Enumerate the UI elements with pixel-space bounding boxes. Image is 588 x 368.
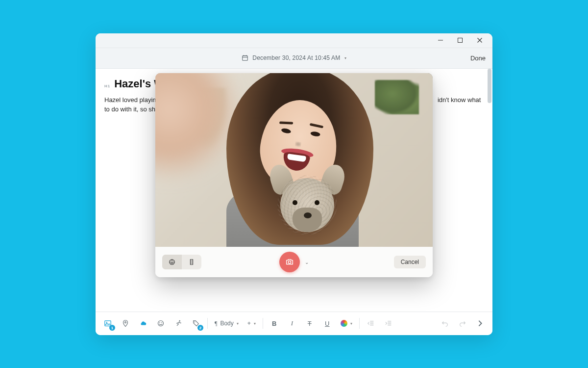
text-color-button[interactable]: ▾ xyxy=(337,315,356,331)
outdent-icon xyxy=(367,319,375,327)
undo-icon xyxy=(441,319,449,327)
weather-button[interactable] xyxy=(135,315,151,331)
redo-icon xyxy=(459,319,466,327)
outdent-button[interactable] xyxy=(363,315,379,331)
svg-point-18 xyxy=(159,322,160,323)
pilcrow-icon: ¶ xyxy=(215,320,217,327)
bold-icon: B xyxy=(272,320,276,327)
cancel-button[interactable]: Cancel xyxy=(394,256,426,268)
style-label: Body xyxy=(220,320,233,327)
strikethrough-button[interactable]: T xyxy=(301,315,318,331)
indent-button[interactable] xyxy=(380,315,397,331)
bold-button[interactable]: B xyxy=(266,315,283,331)
chevron-down-icon: ▾ xyxy=(237,321,239,326)
maximize-button[interactable] xyxy=(450,33,470,47)
mood-button[interactable] xyxy=(152,315,169,331)
underline-icon: U xyxy=(325,320,329,327)
date-label: December 30, 2024 At 10:45 AM xyxy=(252,54,340,61)
calendar-icon xyxy=(242,54,248,61)
filmstrip-icon xyxy=(188,259,195,265)
italic-icon: I xyxy=(291,319,293,327)
aperture-icon xyxy=(169,259,175,265)
svg-rect-1 xyxy=(458,38,463,43)
titlebar xyxy=(96,33,492,48)
scrollbar-thumb[interactable] xyxy=(488,69,491,103)
image-count-badge: 1 xyxy=(109,325,115,331)
app-window: December 30, 2024 At 10:45 AM ▾ Done H1 … xyxy=(96,33,492,335)
scrollbar[interactable] xyxy=(488,69,491,312)
body-fragment-line2: to do with it, so she xyxy=(104,105,159,113)
toolbar-overflow-button[interactable] xyxy=(472,315,489,331)
camera-preview xyxy=(155,73,433,247)
location-button[interactable] xyxy=(117,315,134,331)
shutter-options-chevron[interactable]: ⌄ xyxy=(305,260,309,265)
running-icon xyxy=(174,319,182,327)
plus-icon: + xyxy=(247,320,251,327)
chevron-down-icon: ▾ xyxy=(344,56,346,60)
tags-button[interactable]: 2 xyxy=(188,315,204,331)
svg-point-13 xyxy=(288,261,291,263)
svg-point-16 xyxy=(125,322,126,323)
done-button[interactable]: Done xyxy=(470,54,486,62)
photo-mode-button[interactable] xyxy=(162,255,182,269)
heading-badge: H1 xyxy=(104,84,110,88)
svg-point-19 xyxy=(161,322,162,323)
chevron-down-icon: ▾ xyxy=(254,321,256,326)
body-fragment-right: idn't know what xyxy=(438,96,481,104)
tag-count-badge: 2 xyxy=(197,325,203,331)
indent-icon xyxy=(385,319,392,327)
italic-button[interactable]: I xyxy=(284,315,300,331)
camera-footer: ⌄ Cancel xyxy=(155,247,433,277)
insert-menu[interactable]: + ▾ xyxy=(244,315,260,331)
svg-point-20 xyxy=(179,320,180,321)
bottom-toolbar: 1 xyxy=(96,312,492,335)
underline-button[interactable]: U xyxy=(319,315,336,331)
close-button[interactable] xyxy=(470,33,490,47)
chevron-down-icon: ▾ xyxy=(350,321,352,326)
svg-rect-4 xyxy=(243,56,248,61)
strikethrough-icon: T xyxy=(308,320,312,327)
camera-modal: ⌄ Cancel xyxy=(155,73,433,277)
toolbar-separator xyxy=(207,318,208,329)
body-fragment-left: Hazel loved playing xyxy=(104,96,160,104)
undo-button[interactable] xyxy=(437,315,453,331)
date-picker[interactable]: December 30, 2024 At 10:45 AM ▾ xyxy=(242,54,346,61)
camera-mode-toggle xyxy=(162,255,201,269)
header-bar: December 30, 2024 At 10:45 AM ▾ Done xyxy=(96,48,492,69)
attach-image-button[interactable]: 1 xyxy=(99,315,116,331)
svg-point-17 xyxy=(158,320,163,326)
color-wheel-icon xyxy=(341,320,347,327)
svg-point-15 xyxy=(106,322,107,323)
minimize-button[interactable] xyxy=(431,33,450,47)
cloud-icon xyxy=(139,319,147,327)
svg-point-21 xyxy=(194,321,195,322)
redo-button[interactable] xyxy=(454,315,471,331)
toolbar-separator xyxy=(263,318,263,329)
location-pin-icon xyxy=(122,319,129,327)
editor-area[interactable]: H1 Hazel's Weekend Hazel loved playing i… xyxy=(96,69,492,312)
chevron-right-icon xyxy=(476,319,484,327)
paragraph-style-picker[interactable]: ¶ Body ▾ xyxy=(211,315,243,331)
smiley-icon xyxy=(157,319,165,327)
video-mode-button[interactable] xyxy=(182,255,201,269)
activity-button[interactable] xyxy=(170,315,187,331)
shutter-button[interactable] xyxy=(279,252,300,272)
camera-icon xyxy=(285,258,294,266)
toolbar-separator xyxy=(359,318,360,329)
